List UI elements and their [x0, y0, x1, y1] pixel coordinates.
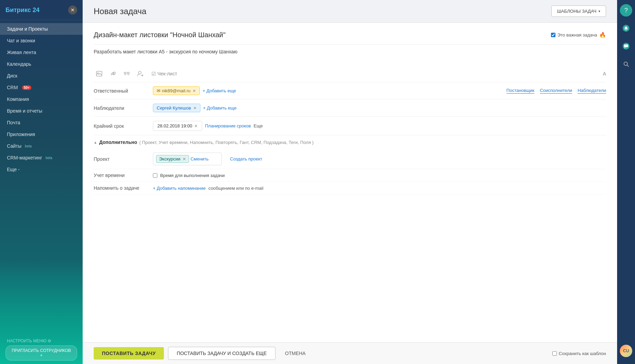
sidebar-item-mail[interactable]: Почта	[0, 117, 83, 128]
tab-co-executor[interactable]: Соисполнители	[540, 88, 572, 94]
additional-section: ▲ Дополнительно ( Проект, Учет времени, …	[94, 135, 606, 199]
crm-badge: 50+	[22, 85, 31, 90]
observer-remove-button[interactable]: ✕	[193, 106, 197, 111]
image-icon[interactable]	[94, 68, 105, 79]
observer-value: Сергей Кулешов	[157, 105, 191, 111]
create-project-button[interactable]: Создать проект	[230, 156, 262, 162]
sidebar-item-sites[interactable]: Сайты beta	[0, 140, 83, 152]
main-content: Новая задача ШАБЛОНЫ ЗАДАЧ ▾ Это важная …	[83, 0, 617, 364]
quote-icon[interactable]	[121, 68, 132, 79]
time-checkbox[interactable]	[153, 173, 157, 178]
user-add-icon[interactable]	[135, 68, 146, 79]
sidebar-item-more[interactable]: Еще -	[0, 164, 83, 175]
svg-rect-5	[624, 44, 628, 47]
save-template-row: Сохранить как шаблон	[552, 351, 606, 356]
toolbar: ☑ Чек-лист A	[94, 65, 606, 82]
planning-link[interactable]: Планирование сроков	[205, 123, 251, 128]
search-button[interactable]	[620, 58, 632, 70]
additional-meta: ( Проект, Учет времени, Напомнить, Повто…	[139, 140, 313, 145]
sidebar-item-calendar-label: Календарь	[7, 61, 31, 67]
bottom-bar: ПОСТАВИТЬ ЗАДАЧУ ПОСТАВИТЬ ЗАДАЧУ И СОЗД…	[83, 342, 617, 364]
help-button[interactable]: ?	[620, 4, 632, 17]
settings-menu-button[interactable]: НАСТРОИТЬ МЕНЮ ⚙	[6, 336, 77, 345]
task-title-input[interactable]	[94, 31, 551, 39]
add-observer-button[interactable]: + Добавить еще	[203, 105, 237, 111]
invite-employees-button[interactable]: ПРИГЛАСИТЬ СОТРУДНИКОВ +	[6, 345, 77, 361]
font-size-button[interactable]: A	[603, 71, 606, 76]
sidebar-item-tasks[interactable]: Задачи и Проекты	[0, 23, 83, 35]
tab-poster[interactable]: Постановщик	[507, 88, 534, 94]
email-icon: ✉	[157, 88, 160, 93]
main-header: Новая задача ШАБЛОНЫ ЗАДАЧ ▾	[83, 0, 617, 23]
sidebar-item-time[interactable]: Время и отчеты	[0, 105, 83, 117]
cancel-button[interactable]: ОТМЕНА	[280, 347, 311, 360]
close-sidebar-button[interactable]: ✕	[68, 6, 77, 14]
add-responsible-button[interactable]: + Добавить еще	[202, 88, 236, 93]
project-remove-button[interactable]: ✕	[183, 157, 186, 162]
sidebar-item-calendar[interactable]: Календарь	[0, 58, 83, 70]
deadline-clear-button[interactable]: ✕	[194, 124, 198, 128]
sidebar-item-crm-marketing[interactable]: CRM-маркетинг beta	[0, 152, 83, 164]
sidebar-item-chat[interactable]: Чат и звонки	[0, 35, 83, 46]
sidebar-item-time-label: Время и отчеты	[7, 108, 42, 114]
sidebar-item-sites-label: Сайты	[7, 143, 21, 149]
sidebar-item-crm-label: CRM	[7, 85, 18, 90]
submit-task-button[interactable]: ПОСТАВИТЬ ЗАДАЧУ	[94, 347, 164, 360]
sidebar-item-apps-label: Приложения	[7, 132, 35, 137]
chevron-down-icon: ▾	[598, 9, 600, 13]
sidebar-menu: Задачи и Проекты Чат и звонки Живая лент…	[0, 20, 83, 333]
chat-icon	[622, 42, 630, 50]
avatar[interactable]: CU	[620, 345, 632, 357]
sidebar-footer: НАСТРОИТЬ МЕНЮ ⚙ ПРИГЛАСИТЬ СОТРУДНИКОВ …	[0, 333, 83, 364]
svg-point-2	[138, 71, 141, 74]
submit-and-create-button[interactable]: ПОСТАВИТЬ ЗАДАЧУ И СОЗДАТЬ ЕЩЕ	[168, 347, 275, 360]
user-avatar-container[interactable]: CU	[620, 345, 632, 360]
deadline-input[interactable]: 28.02.2018 19:00 ✕	[153, 121, 202, 131]
sidebar-item-tasks-label: Задачи и Проекты	[7, 26, 48, 32]
checklist-button[interactable]: ☑ Чек-лист	[149, 70, 180, 78]
project-field-content: Экскурсии ✕ Сменить Создать проект	[153, 153, 606, 165]
deadline-value: 28.02.2018 19:00	[157, 123, 192, 128]
sidebar-item-crm-marketing-label: CRM-маркетинг	[7, 155, 42, 160]
sidebar-item-disk-label: Диск	[7, 73, 17, 79]
important-label: Это важная задача	[558, 32, 597, 38]
additional-header[interactable]: ▲ Дополнительно ( Проект, Учет времени, …	[94, 139, 606, 145]
important-task-row: Это важная задача 🔥	[551, 32, 606, 38]
more-deadline-link[interactable]: Еще	[253, 123, 262, 128]
chat-button[interactable]	[620, 40, 632, 52]
responsible-label: Ответственный	[94, 88, 149, 94]
sidebar-item-crm[interactable]: CRM 50+	[0, 82, 83, 93]
task-title-row: Это важная задача 🔥	[94, 31, 606, 45]
sidebar: Битрикс 24 ✕ Задачи и Проекты Чат и звон…	[0, 0, 83, 364]
sidebar-item-feed-label: Живая лента	[7, 50, 36, 55]
important-checkbox[interactable]	[551, 33, 555, 37]
sidebar-item-company[interactable]: Компания	[0, 93, 83, 105]
change-project-button[interactable]: Сменить	[190, 154, 209, 164]
add-reminder-link[interactable]: + Добавить напоминание	[153, 186, 206, 191]
chevron-up-icon: ▲	[94, 141, 97, 144]
checklist-icon: ☑	[152, 71, 156, 76]
deadline-label: Крайний срок	[94, 123, 149, 129]
save-template-label: Сохранить как шаблон	[559, 351, 606, 356]
responsible-field-content: ✉ nik89@mail.ru ✕ + Добавить еще	[153, 86, 497, 95]
sidebar-item-apps[interactable]: Приложения	[0, 128, 83, 140]
save-template-checkbox[interactable]	[552, 351, 557, 356]
project-input: Экскурсии ✕ Сменить	[153, 153, 222, 165]
notification-icon	[622, 24, 630, 32]
page-title: Новая задача	[94, 7, 146, 16]
sidebar-item-feed[interactable]: Живая лента	[0, 46, 83, 58]
task-description-input[interactable]: Разработать макет листовки А5 - экскурси…	[94, 45, 606, 65]
deadline-field-row: Крайний срок 28.02.2018 19:00 ✕ Планиров…	[94, 117, 606, 135]
search-icon	[622, 60, 630, 68]
observers-field-row: Наблюдатели Сергей Кулешов ✕ + Добавить …	[94, 100, 606, 117]
templates-button[interactable]: ШАБЛОНЫ ЗАДАЧ ▾	[551, 6, 606, 17]
reminder-label: Напомнить о задаче	[94, 185, 149, 191]
tab-observers[interactable]: Наблюдатели	[577, 88, 606, 94]
sidebar-header: Битрикс 24 ✕	[0, 0, 83, 20]
responsible-field-row: Ответственный ✉ nik89@mail.ru ✕ + Добави…	[94, 82, 606, 100]
responsible-remove-button[interactable]: ✕	[192, 89, 196, 93]
sidebar-item-disk[interactable]: Диск	[0, 70, 83, 82]
time-checkbox-row: Время для выполнения задачи	[153, 173, 225, 178]
notification-button[interactable]	[620, 22, 632, 34]
link-icon[interactable]	[107, 68, 118, 79]
